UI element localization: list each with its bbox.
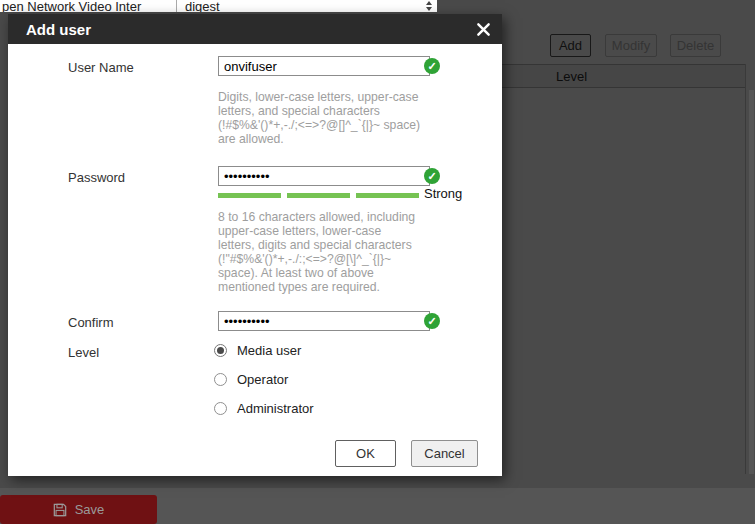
password-label: Password bbox=[68, 170, 125, 185]
add-user-button[interactable]: Add bbox=[550, 34, 591, 57]
valid-check-icon: ✓ bbox=[424, 58, 440, 74]
level-option-0[interactable]: Media user bbox=[214, 343, 301, 358]
radio-icon[interactable] bbox=[214, 344, 227, 357]
confirm-input[interactable] bbox=[218, 311, 430, 331]
table-border bbox=[745, 64, 746, 474]
strength-label: Strong bbox=[424, 186, 462, 201]
strength-segment bbox=[356, 193, 419, 198]
level-option-2[interactable]: Administrator bbox=[214, 401, 314, 416]
add-user-dialog: Add user User Name ✓ Digits, lower-case … bbox=[8, 14, 502, 476]
scrollbar[interactable] bbox=[749, 90, 754, 474]
onvif-row-label: pen Network Video Inter bbox=[2, 0, 141, 12]
save-button[interactable]: Save bbox=[0, 495, 157, 524]
dialog-title: Add user bbox=[26, 21, 91, 38]
confirm-label: Confirm bbox=[68, 315, 114, 330]
level-option-1[interactable]: Operator bbox=[214, 372, 288, 387]
modify-user-button[interactable]: Modify bbox=[605, 34, 657, 57]
cancel-button[interactable]: Cancel bbox=[411, 440, 478, 467]
user-table-header: Level bbox=[500, 64, 746, 88]
strength-segment bbox=[218, 193, 281, 198]
level-column-header: Level bbox=[556, 69, 587, 84]
auth-mode-select[interactable]: digest bbox=[176, 0, 437, 12]
save-button-label: Save bbox=[75, 502, 105, 517]
delete-user-button[interactable]: Delete bbox=[670, 34, 721, 57]
username-label: User Name bbox=[68, 60, 134, 75]
chevron-up-down-icon bbox=[426, 1, 432, 11]
valid-check-icon: ✓ bbox=[424, 313, 440, 329]
background-form-row: pen Network Video Inter digest bbox=[0, 0, 437, 12]
auth-mode-value: digest bbox=[185, 0, 220, 12]
radio-icon[interactable] bbox=[214, 373, 227, 386]
close-icon[interactable] bbox=[474, 20, 492, 38]
valid-check-icon: ✓ bbox=[424, 168, 440, 184]
dialog-titlebar: Add user bbox=[8, 14, 502, 44]
screen: pen Network Video Inter digest Add Modif… bbox=[0, 0, 755, 524]
password-input[interactable] bbox=[218, 166, 430, 186]
save-floppy-icon bbox=[53, 503, 67, 517]
ok-button[interactable]: OK bbox=[335, 440, 396, 467]
username-input[interactable] bbox=[218, 56, 430, 76]
strength-segment bbox=[287, 193, 350, 198]
radio-icon[interactable] bbox=[214, 402, 227, 415]
username-help-text: Digits, lower-case letters, upper-case l… bbox=[218, 90, 433, 146]
level-label: Level bbox=[68, 345, 99, 360]
password-help-text: 8 to 16 characters allowed, including up… bbox=[218, 210, 433, 294]
password-strength-meter bbox=[218, 193, 419, 198]
